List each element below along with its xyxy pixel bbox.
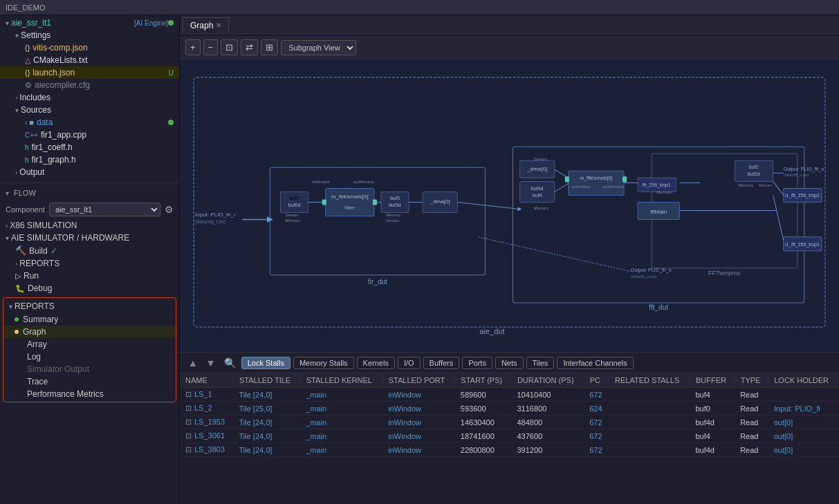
zoom-out-button[interactable]: − [203,39,219,55]
cell-pc[interactable]: 672 [584,416,609,429]
view-select[interactable]: Subgraph View Full View [281,40,356,55]
cell-stalled-kernel[interactable]: _main [300,402,382,416]
filter-nets[interactable]: Nets [495,357,524,369]
tab-close-icon[interactable]: ✕ [216,21,221,29]
cell-stalled-kernel[interactable]: _main [300,443,382,457]
cell-name[interactable]: ⊡LS_3803 [180,443,234,457]
cell-stalled-kernel[interactable]: _main [300,429,382,443]
sidebar-debug[interactable]: 🐛 Debug [0,282,179,295]
search-button[interactable]: 🔍 [221,356,239,370]
reports-header[interactable]: ▾ REPORTS [3,299,176,313]
report-sim-output[interactable]: Simulator Output [3,363,176,375]
sidebar-fir1-graph[interactable]: h fir1_graph.h [0,153,179,166]
col-lock-holder[interactable]: LOCK HOLDER [768,373,839,388]
array-label: Array [27,339,47,349]
report-perf-metrics[interactable]: Performance Metrics [3,388,176,400]
filter-ports[interactable]: Ports [462,357,492,369]
cell-stalled-kernel[interactable]: _main [300,416,382,429]
table-row[interactable]: ⊡LS_3803 Tile [24,0] _main inWindow 2280… [180,443,839,457]
component-select[interactable]: aie_ssr_lt1 [49,203,160,216]
chevron-down-icon: ▾ [6,19,9,27]
cell-pc[interactable]: 672 [584,429,609,443]
table-row[interactable]: ⊡LS_1953 Tile [24,0] _main inWindow 1463… [180,416,839,429]
col-stalled-port[interactable]: STALLED PORT [382,373,455,388]
svg-rect-21 [381,192,409,212]
cell-pc[interactable]: 672 [584,388,609,402]
table-row[interactable]: ⊡LS_3061 Tile [24,0] _main inWindow 1874… [180,429,839,443]
grid-button[interactable]: ⊞ [261,39,278,55]
report-array[interactable]: Array [3,338,176,351]
cell-pc[interactable]: 624 [584,402,609,416]
filter-kernels[interactable]: Kernels [357,357,395,369]
col-type[interactable]: TYPE [735,373,768,388]
col-stalled-tile[interactable]: STALLED TILE [234,373,301,388]
sidebar-settings[interactable]: ▾ Settings [0,29,179,41]
table-row[interactable]: ⊡LS_1 Tile [24,0] _main inWindow 589600 … [180,388,839,402]
report-graph[interactable]: Graph [3,326,176,338]
aiecompiler-label: aiecompiler.cfg [35,80,90,90]
report-trace[interactable]: Trace [3,375,176,388]
filter-lock-stalls[interactable]: Lock Stalls [241,357,291,369]
sidebar-fir1-coeff[interactable]: h fir1_coeff.h [0,141,179,153]
scroll-up-button[interactable]: ▲ [185,356,201,370]
cell-stalled-port[interactable]: inWindow [382,443,455,457]
zoom-in-button[interactable]: + [185,39,201,55]
sidebar-output[interactable]: › Output [0,166,179,178]
sidebar-includes[interactable]: › Includes [0,91,179,104]
cell-stalled-port[interactable]: inWindow [382,388,455,402]
sidebar-fir1-app[interactable]: C++ fir1_app.cpp [0,129,179,141]
sidebar-aie-sim[interactable]: ▾ AIE SIMULATOR / HARDWARE [0,232,179,244]
sidebar-reports-flow[interactable]: › REPORTS [0,257,179,270]
cell-stalled-tile[interactable]: Tile [24,0] [234,416,301,429]
sidebar-x86sim[interactable]: › X86 SIMULATION [0,219,179,232]
fit-button[interactable]: ⊡ [221,39,238,55]
filter-io[interactable]: I/O [398,357,421,369]
scroll-down-button[interactable]: ▼ [203,356,219,370]
cell-stalled-port[interactable]: inWindow [382,429,455,443]
sidebar-run[interactable]: ▷ Run [0,270,179,282]
col-buffer[interactable]: BUFFER [690,373,735,388]
sidebar-data-folder[interactable]: › ■ data [0,116,179,129]
cell-duration-ps: 10410400 [511,388,584,402]
tab-graph[interactable]: Graph ✕ [183,17,229,34]
table-container[interactable]: NAME STALLED TILE STALLED KERNEL STALLED… [180,373,839,504]
col-start-ps[interactable]: START (PS) [455,373,512,388]
sidebar-root[interactable]: ▾ aie_ssr_lt1 [AI Engine] [0,17,179,29]
cell-pc[interactable]: 672 [584,443,609,457]
sidebar-build[interactable]: 🔨 Build ✓ [0,244,179,257]
cell-stalled-port[interactable]: inWindow [382,402,455,416]
cell-stalled-tile[interactable]: Tile [24,0] [234,443,301,457]
settings-icon[interactable]: ⚙ [165,204,174,215]
table-row[interactable]: ⊡LS_2 Tile [25,0] _main inWindow 593600 … [180,402,839,416]
col-duration-ps[interactable]: DURATION (PS) [511,373,584,388]
cell-stalled-tile[interactable]: Tile [24,0] [234,429,301,443]
filter-tiles[interactable]: Tiles [526,357,555,369]
svg-text:(data/sig_i.txt): (data/sig_i.txt) [195,219,225,225]
sidebar-aiecompiler[interactable]: ⚙ aiecompiler.cfg [0,79,179,91]
launch-json-label: launch.json [33,68,168,77]
col-stalled-kernel[interactable]: STALLED KERNEL [300,373,382,388]
cell-stalled-kernel[interactable]: _main [300,388,382,402]
swap-button[interactable]: ⇄ [241,39,258,55]
cell-name[interactable]: ⊡LS_2 [180,402,234,416]
cell-stalled-tile[interactable]: Tile [25,0] [234,402,301,416]
cell-name[interactable]: ⊡LS_1953 [180,416,234,429]
sidebar-vitis-comp[interactable]: {} vitis-comp.json [0,41,179,54]
report-log[interactable]: Log [3,351,176,363]
col-related-stalls[interactable]: RELATED STALLS [609,373,690,388]
col-pc[interactable]: PC [584,373,609,388]
sidebar-cmake[interactable]: △ CMakeLists.txt [0,54,179,66]
cell-name[interactable]: ⊡LS_3061 [180,429,234,443]
cell-stalled-port[interactable]: inWindow [382,416,455,429]
filter-memory-stalls[interactable]: Memory Stalls [293,357,354,369]
cell-name[interactable]: ⊡LS_1 [180,388,234,402]
report-summary[interactable]: Summary [3,313,176,326]
filter-interface-channels[interactable]: Interface Channels [557,357,633,369]
sidebar-sources[interactable]: ▾ Sources [0,104,179,116]
cell-lock-holder: Input: PLIO_fi [768,402,839,416]
sidebar-launch-json[interactable]: {} launch.json U [0,66,179,79]
col-name[interactable]: NAME [180,373,234,388]
svg-text:buf4d: buf4d [531,186,544,191]
cell-stalled-tile[interactable]: Tile [24,0] [234,388,301,402]
filter-buffers[interactable]: Buffers [423,357,460,369]
